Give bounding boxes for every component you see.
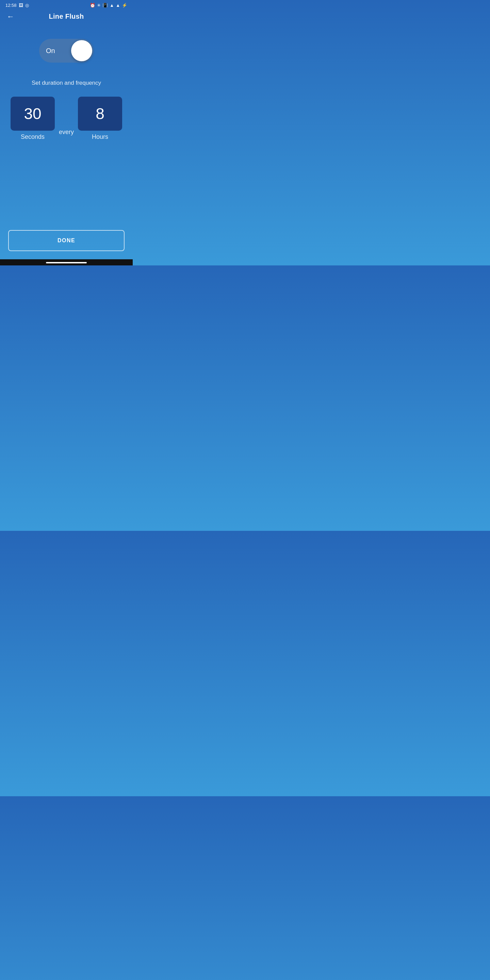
duration-frequency-row: 30 Seconds every 8 Hours [11, 97, 122, 140]
frequency-value-box[interactable]: 8 [78, 97, 122, 130]
content-area: On Set duration and frequency 30 Seconds… [0, 25, 133, 259]
duration-label: Seconds [21, 134, 45, 140]
photo-icon: 🖼 [19, 3, 23, 8]
home-indicator [0, 259, 133, 266]
wifi-icon: ▲ [110, 3, 114, 8]
toggle-container: On [39, 39, 94, 63]
duration-value-box[interactable]: 30 [11, 97, 55, 130]
every-label: every [55, 129, 78, 136]
toggle-knob [71, 40, 92, 61]
description-text: Set duration and frequency [32, 80, 101, 86]
duration-block: 30 Seconds [11, 97, 55, 140]
status-bar-left: 12:58 🖼 ◎ [5, 3, 29, 8]
home-indicator-bar [46, 262, 87, 263]
frequency-label: Hours [92, 134, 108, 140]
vibrate-icon: 📳 [102, 3, 108, 8]
status-bar: 12:58 🖼 ◎ ⏰ ✳ 📳 ▲ ▲ ⚡ [0, 0, 133, 9]
done-section: DONE [0, 224, 133, 259]
spacer [0, 151, 133, 224]
main-content: On Set duration and frequency 30 Seconds… [0, 25, 133, 151]
status-bar-right: ⏰ ✳ 📳 ▲ ▲ ⚡ [90, 3, 127, 8]
toolbar: ← Line Flush [0, 9, 133, 25]
frequency-block: 8 Hours [78, 97, 122, 140]
time-display: 12:58 [5, 3, 17, 8]
done-button[interactable]: DONE [8, 230, 124, 251]
battery-icon: ⚡ [122, 3, 127, 8]
cast-icon: ◎ [25, 3, 29, 8]
signal-icon: ▲ [116, 3, 120, 8]
alarm-icon: ⏰ [90, 3, 95, 8]
line-flush-toggle[interactable]: On [39, 39, 94, 63]
duration-value: 30 [24, 105, 41, 123]
back-button[interactable]: ← [5, 11, 16, 22]
toggle-label: On [46, 47, 55, 55]
page-title: Line Flush [49, 13, 84, 21]
bluetooth-icon: ✳ [97, 3, 101, 8]
frequency-value: 8 [95, 105, 105, 123]
